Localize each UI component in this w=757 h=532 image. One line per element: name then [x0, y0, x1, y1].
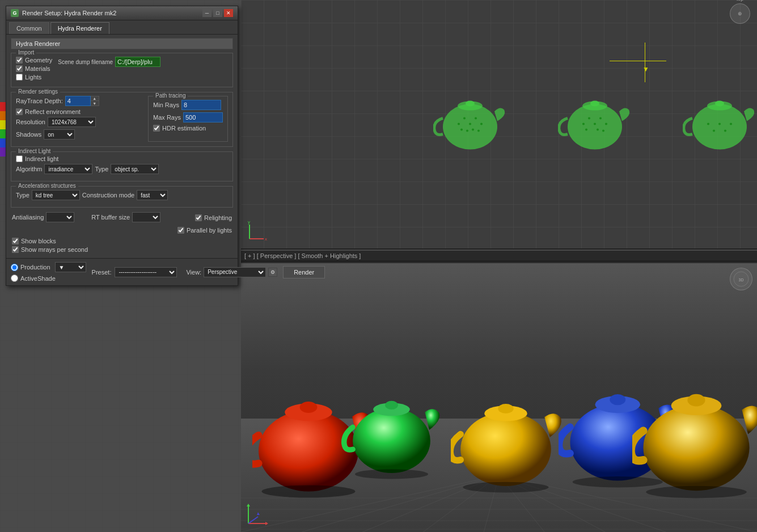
show-mrays-checkbox[interactable] — [12, 246, 19, 253]
geometry-checkbox[interactable] — [16, 57, 23, 64]
production-label: Production — [20, 264, 50, 271]
indirect-light-group: Indirect Light Indirect light Algorithm … — [11, 151, 233, 181]
dialog-content: Hydra Renderer Import Geometry Materials — [6, 35, 238, 258]
render-button[interactable]: Render — [283, 266, 325, 278]
render-setup-dialog: G Render Setup: Hydra Render mk2 ─ □ ✕ C… — [6, 6, 238, 286]
svg-point-3 — [458, 123, 460, 125]
raytrace-up[interactable]: ▲ — [91, 96, 99, 101]
path-tracing-label: Path tracing — [153, 92, 188, 99]
indirect-light-label: Indirect Light — [16, 148, 53, 154]
crosshair-arrow: ▼ — [642, 65, 649, 73]
svg-text:y: y — [248, 219, 250, 225]
show-blocks-label: Show blocks — [21, 238, 56, 244]
svg-point-19 — [605, 123, 607, 125]
svg-point-11 — [477, 130, 480, 132]
view-select[interactable]: Perspective — [204, 267, 266, 277]
svg-point-26 — [707, 123, 709, 125]
activeshade-radio[interactable] — [11, 275, 18, 282]
indirect-light-text: Indirect light — [25, 155, 58, 162]
path-tracing-group: Path tracing Min Rays Max Rays HDR estim… — [148, 96, 228, 142]
materials-label: Materials — [25, 65, 50, 72]
rt-buffer-select[interactable] — [132, 212, 160, 222]
tab-common[interactable]: Common — [9, 22, 49, 34]
indirect-light-row: Indirect light — [16, 155, 228, 162]
svg-point-29 — [713, 130, 715, 132]
close-button[interactable]: ✕ — [224, 9, 233, 17]
production-radio[interactable] — [11, 264, 18, 271]
svg-point-56 — [460, 412, 551, 486]
svg-point-51 — [262, 485, 356, 498]
activeshade-radio-label[interactable]: ActiveShade — [11, 275, 86, 282]
show-mrays-row: Show mrays per second — [12, 246, 232, 253]
algorithm-select[interactable]: irradiance path tracing — [44, 164, 92, 174]
resolution-label: Resolution — [16, 119, 45, 125]
svg-point-2 — [466, 101, 475, 107]
hdr-checkbox[interactable] — [153, 125, 160, 132]
viewport-bottom-bar: [ + ] [ Perspective ] [ Smooth + Highlig… — [241, 251, 757, 261]
svg-point-17 — [594, 123, 596, 125]
production-select[interactable]: ▼ — [55, 262, 86, 272]
type-label: Type — [95, 166, 108, 172]
hdr-row: HDR estimation — [153, 125, 223, 132]
nav-top-label: top — [737, 0, 744, 2]
resolution-select[interactable]: 1024x768 — [48, 117, 96, 127]
antialiasing-select[interactable] — [46, 212, 74, 222]
svg-point-28 — [730, 123, 732, 125]
min-rays-input[interactable] — [181, 100, 221, 110]
relighting-label: Relighting — [204, 214, 232, 221]
indirect-light-checkbox[interactable] — [16, 155, 23, 162]
crosshair-h — [610, 61, 666, 61]
materials-row: Materials — [16, 65, 52, 72]
raytrace-input[interactable] — [65, 96, 91, 106]
svg-point-27 — [718, 123, 721, 125]
accel-group: Acceleration structures Type kd tree bvh… — [11, 186, 233, 208]
minimize-button[interactable]: ─ — [202, 9, 212, 17]
materials-checkbox[interactable] — [16, 65, 23, 72]
algorithm-label: Algorithm — [16, 166, 42, 172]
activeshade-label: ActiveShade — [20, 275, 56, 282]
preset-select[interactable]: -------------------- — [115, 267, 177, 277]
wire-teapot-3 — [683, 90, 757, 153]
svg-point-22 — [602, 130, 604, 132]
raytrace-row: RayTrace Depth: ▲ ▼ — [16, 96, 142, 106]
production-radio-label[interactable]: Production ▼ — [11, 262, 86, 272]
geometry-label: Geometry — [25, 57, 52, 64]
reflect-env-checkbox[interactable] — [16, 108, 23, 115]
max-rays-input[interactable] — [183, 112, 223, 123]
accel-type-label: Type — [16, 192, 29, 199]
preset-label: Preset: — [92, 269, 112, 276]
svg-point-6 — [475, 117, 477, 120]
svg-point-10 — [472, 129, 474, 131]
hdr-label: HDR estimation — [162, 125, 206, 132]
lights-checkbox[interactable] — [16, 74, 23, 81]
scene-dump-input[interactable] — [115, 57, 160, 67]
raytrace-down[interactable]: ▼ — [91, 101, 99, 105]
svg-point-4 — [463, 117, 466, 120]
panel-header: Hydra Renderer — [11, 38, 233, 49]
restore-button[interactable]: □ — [213, 9, 222, 17]
dialog-controls: ─ □ ✕ — [202, 9, 233, 17]
accel-type-select[interactable]: kd tree bvh none — [32, 190, 80, 200]
svg-marker-73 — [247, 504, 250, 506]
shadows-select[interactable]: on off — [44, 129, 75, 140]
svg-point-67 — [646, 486, 747, 499]
dialog-tabs: Common Hydra Renderer — [6, 20, 238, 35]
accel-type-row: Type kd tree bvh none Construction mode … — [16, 190, 228, 200]
top-viewport-nav: top ⊕ — [730, 3, 750, 24]
tab-hydra[interactable]: Hydra Renderer — [50, 22, 109, 34]
view-options-button[interactable]: ⚙ — [268, 268, 277, 277]
indirect-type-select[interactable]: object sp. world sp. — [111, 164, 159, 174]
relighting-checkbox[interactable] — [195, 214, 202, 221]
scene-dump-label: Scene dump filename — [58, 59, 113, 65]
parallel-checkbox[interactable] — [177, 227, 184, 234]
show-blocks-checkbox[interactable] — [12, 238, 19, 244]
construction-select[interactable]: fast quality — [137, 190, 168, 200]
show-blocks-row: Show blocks — [12, 238, 232, 244]
svg-text:x: x — [265, 237, 267, 242]
min-rays-row: Min Rays — [153, 100, 223, 110]
top-teapots — [433, 90, 757, 153]
svg-point-23 — [692, 104, 747, 150]
view-label: View: — [186, 269, 201, 276]
show-mrays-label: Show mrays per second — [21, 246, 88, 253]
persp-nav: 3D — [730, 268, 752, 290]
